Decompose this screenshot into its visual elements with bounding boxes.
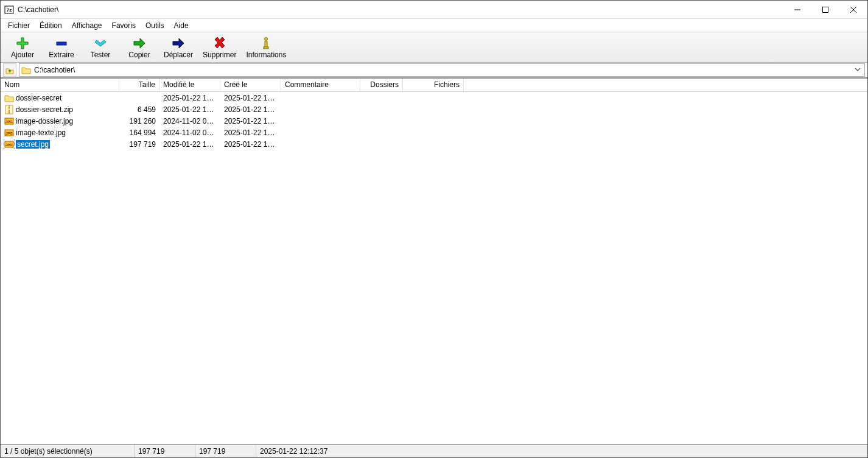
minimize-button[interactable] [783, 1, 811, 19]
file-name: image-texte.jpg [16, 129, 66, 137]
file-row[interactable]: JPGimage-dossier.jpg191 2602024-11-02 08… [1, 115, 867, 127]
folder-icon [21, 65, 32, 75]
col-size[interactable]: Taille [119, 79, 159, 91]
menu-fichier[interactable]: Fichier [3, 20, 35, 31]
jpg-icon: JPG [4, 116, 14, 126]
svg-text:JPG: JPG [5, 143, 13, 147]
check-icon [93, 36, 108, 51]
file-created: 2025-01-22 11:09 [220, 94, 281, 102]
close-button[interactable] [839, 1, 867, 19]
arrow-right-green-icon [132, 36, 147, 51]
add-button[interactable]: Ajouter [3, 33, 42, 62]
file-modified: 2024-11-02 08:54 [159, 117, 220, 125]
address-bar: C:\cachotier\ [1, 63, 867, 79]
delete-label: Supprimer [203, 51, 236, 59]
file-name: image-dossier.jpg [16, 117, 73, 125]
col-files[interactable]: Fichiers [403, 79, 464, 91]
zip-icon [4, 105, 14, 114]
file-size: 197 719 [119, 140, 159, 149]
menu-affichage[interactable]: Affichage [67, 20, 107, 31]
copy-label: Copier [128, 51, 150, 59]
file-created: 2025-01-22 11:09 [220, 117, 281, 125]
arrow-right-blue-icon [171, 36, 186, 51]
path-text: C:\cachotier\ [34, 66, 852, 74]
up-button[interactable] [3, 63, 16, 77]
chevron-down-icon[interactable] [852, 66, 863, 74]
path-combobox[interactable]: C:\cachotier\ [19, 63, 865, 77]
folder-icon [4, 93, 14, 103]
file-row[interactable]: dossier-secret.zip6 4592025-01-22 11:472… [1, 104, 867, 115]
status-size2: 197 719 [195, 445, 256, 457]
delete-button[interactable]: Supprimer [198, 33, 241, 62]
svg-text:7z: 7z [7, 7, 12, 13]
x-icon [212, 36, 227, 51]
file-name: dossier-secret [16, 94, 61, 102]
add-label: Ajouter [11, 51, 34, 59]
file-created: 2025-01-22 11:47 [220, 105, 281, 114]
copy-button[interactable]: Copier [120, 33, 159, 62]
file-created: 2025-01-22 11:09 [220, 129, 281, 137]
svg-rect-6 [57, 42, 66, 45]
column-headers: Nom Taille Modifié le Créé le Commentair… [1, 79, 867, 92]
status-datetime: 2025-01-22 12:12:37 [256, 445, 867, 457]
col-folders[interactable]: Dossiers [360, 79, 403, 91]
file-name: secret.jpg [16, 140, 50, 149]
file-modified: 2024-11-02 08:55 [159, 129, 220, 137]
svg-rect-3 [823, 7, 828, 12]
svg-point-7 [265, 37, 268, 40]
col-name[interactable]: Nom [1, 79, 119, 91]
svg-rect-12 [9, 107, 10, 107]
file-list[interactable]: dossier-secret2025-01-22 11:092025-01-22… [1, 92, 867, 444]
move-label: Déplacer [164, 51, 193, 59]
test-label: Tester [91, 51, 111, 59]
menu-outils[interactable]: Outils [141, 20, 169, 31]
svg-rect-13 [9, 108, 10, 108]
file-size: 164 994 [119, 129, 159, 137]
jpg-icon: JPG [4, 128, 14, 138]
menu-bar: Fichier Édition Affichage Favoris Outils… [1, 19, 867, 32]
toolbar: Ajouter Extraire Tester Copier Déplacer … [1, 32, 867, 63]
file-modified: 2025-01-22 11:09 [159, 94, 220, 102]
test-button[interactable]: Tester [81, 33, 120, 62]
info-label: Informations [246, 51, 286, 59]
file-size: 6 459 [119, 105, 159, 114]
extract-label: Extraire [49, 51, 74, 59]
svg-text:JPG: JPG [5, 120, 13, 124]
status-selection: 1 / 5 objet(s) sélectionné(s) [1, 445, 135, 457]
status-bar: 1 / 5 objet(s) sélectionné(s) 197 719 19… [1, 444, 867, 457]
col-modified[interactable]: Modifié le [159, 79, 220, 91]
move-button[interactable]: Déplacer [159, 33, 198, 62]
file-modified: 2025-01-22 11:47 [159, 105, 220, 114]
menu-edition[interactable]: Édition [35, 20, 67, 31]
status-size1: 197 719 [135, 445, 195, 457]
info-button[interactable]: Informations [241, 33, 291, 62]
svg-rect-14 [9, 109, 10, 110]
minus-icon [54, 36, 69, 51]
title-bar: 7z C:\cachotier\ [1, 1, 867, 19]
file-created: 2025-01-22 12:12 [220, 140, 281, 149]
svg-text:JPG: JPG [5, 132, 13, 135]
file-row[interactable]: JPGimage-texte.jpg164 9942024-11-02 08:5… [1, 127, 867, 138]
menu-favoris[interactable]: Favoris [107, 20, 141, 31]
file-size: 191 260 [119, 117, 159, 125]
svg-rect-9 [264, 47, 268, 49]
menu-aide[interactable]: Aide [169, 20, 194, 31]
col-comment[interactable]: Commentaire [281, 79, 360, 91]
file-row[interactable]: dossier-secret2025-01-22 11:092025-01-22… [1, 92, 867, 104]
file-modified: 2025-01-22 12:12 [159, 140, 220, 149]
plus-icon [15, 36, 30, 51]
maximize-button[interactable] [811, 1, 839, 19]
file-row[interactable]: JPGsecret.jpg197 7192025-01-22 12:122025… [1, 138, 867, 150]
info-icon [259, 36, 273, 51]
window-title: C:\cachotier\ [18, 5, 58, 14]
col-created[interactable]: Créé le [220, 79, 281, 91]
jpg-icon: JPG [4, 139, 14, 149]
extract-button[interactable]: Extraire [42, 33, 81, 62]
file-name: dossier-secret.zip [16, 105, 73, 114]
app-icon: 7z [4, 5, 14, 15]
